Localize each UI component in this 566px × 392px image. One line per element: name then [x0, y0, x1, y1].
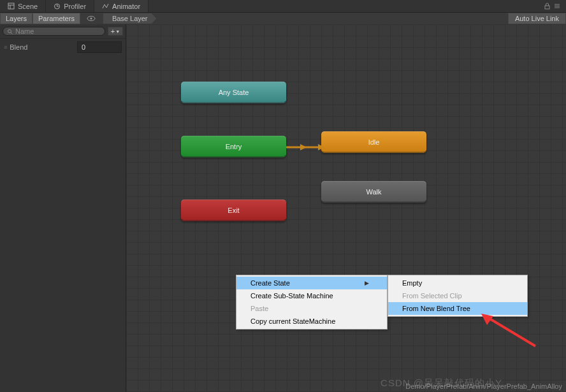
scene-tab-label: Scene — [18, 3, 38, 10]
submenu-arrow-icon: ▶ — [365, 280, 369, 286]
menu-label: Create State — [250, 279, 290, 287]
animator-tab-label: Animator — [112, 3, 140, 10]
svg-point-11 — [90, 18, 92, 20]
any-state-node[interactable]: Any State — [181, 82, 286, 103]
menu-create-state[interactable]: Create State ▶ — [236, 277, 387, 289]
lock-toggle[interactable] — [539, 0, 566, 12]
footer-path: Demo/PlayerPrefab/Anim/PlayerPrefab_Anim… — [405, 382, 562, 390]
context-menu: Create State ▶ Create Sub-State Machine … — [236, 275, 388, 330]
submenu-from-new-blend-tree[interactable]: From New Blend Tree — [388, 302, 527, 315]
profiler-tab-label: Profiler — [64, 3, 86, 10]
chevron-down-icon: ▼ — [115, 29, 120, 34]
menu-label: From New Blend Tree — [402, 305, 470, 312]
svg-rect-6 — [545, 6, 549, 9]
exit-node[interactable]: Exit — [181, 200, 286, 221]
svg-line-13 — [11, 33, 13, 34]
menu-paste: Paste — [236, 302, 387, 315]
autolive-label: Auto Live Link — [515, 15, 559, 22]
animator-tab[interactable]: Animator — [94, 0, 149, 12]
animator-icon — [102, 3, 109, 10]
menu-label: Empty — [402, 279, 422, 287]
menu-label: Copy current StateMachine — [250, 317, 335, 325]
transition-entry-idle[interactable] — [286, 143, 324, 152]
node-label: Idle — [368, 138, 380, 146]
profiler-icon — [54, 3, 61, 10]
search-icon — [7, 29, 13, 34]
node-label: Walk — [366, 188, 381, 196]
create-state-submenu: Empty From Selected Clip From New Blend … — [388, 275, 528, 317]
entry-node[interactable]: Entry — [181, 136, 286, 157]
svg-line-17 — [488, 317, 535, 346]
parameter-value-input[interactable]: 0 — [77, 41, 122, 53]
scene-icon — [8, 3, 15, 10]
idle-node[interactable]: Idle — [321, 131, 426, 153]
layers-label: Layers — [6, 15, 27, 22]
auto-live-link-button[interactable]: Auto Live Link — [508, 13, 566, 24]
node-label: Exit — [228, 207, 239, 214]
parameters-label: Parameters — [38, 15, 75, 22]
plus-icon: + — [111, 27, 115, 35]
scene-tab[interactable]: Scene — [0, 0, 46, 12]
annotation-arrow — [478, 311, 542, 349]
search-placeholder: Name — [15, 27, 34, 35]
submenu-from-selected-clip: From Selected Clip — [388, 289, 527, 302]
parameter-search-row: Name + ▼ — [0, 24, 126, 39]
main-area: Name + ▼ ≡ Blend 0 Any State Entry Idle … — [0, 24, 566, 392]
parameters-button[interactable]: Parameters — [33, 13, 80, 24]
menu-label: Paste — [250, 305, 268, 312]
node-label: Entry — [226, 143, 242, 150]
parameter-search-input[interactable]: Name — [3, 27, 105, 36]
dropdown-icon — [553, 3, 561, 10]
submenu-empty[interactable]: Empty — [388, 277, 527, 289]
breadcrumb-base-layer[interactable]: Base Layer — [103, 13, 157, 24]
breadcrumb: Base Layer — [80, 13, 157, 24]
svg-marker-16 — [300, 144, 307, 150]
animator-graph[interactable]: Any State Entry Idle Walk Exit Create St… — [126, 24, 566, 392]
drag-handle-icon[interactable]: ≡ — [4, 44, 6, 50]
layers-button[interactable]: Layers — [0, 13, 33, 24]
animator-subbar: Layers Parameters Base Layer Auto Live L… — [0, 13, 566, 24]
svg-point-12 — [8, 29, 11, 33]
parameter-name: Blend — [10, 43, 73, 51]
node-label: Any State — [219, 89, 249, 96]
lock-icon — [544, 3, 550, 10]
menu-label: From Selected Clip — [402, 292, 462, 300]
svg-rect-0 — [8, 3, 14, 9]
window-tabbar: Scene Profiler Animator — [0, 0, 566, 13]
menu-copy-current-statemachine[interactable]: Copy current StateMachine — [236, 315, 387, 328]
add-parameter-button[interactable]: + ▼ — [108, 27, 123, 36]
menu-create-sub-state-machine[interactable]: Create Sub-State Machine — [236, 289, 387, 302]
breadcrumb-label: Base Layer — [112, 15, 148, 22]
menu-label: Create Sub-State Machine — [250, 292, 333, 300]
walk-node[interactable]: Walk — [321, 181, 426, 203]
eye-icon[interactable] — [84, 15, 98, 22]
parameter-row[interactable]: ≡ Blend 0 — [0, 39, 126, 55]
parameters-panel: Name + ▼ ≡ Blend 0 — [0, 24, 126, 392]
profiler-tab[interactable]: Profiler — [46, 0, 94, 12]
